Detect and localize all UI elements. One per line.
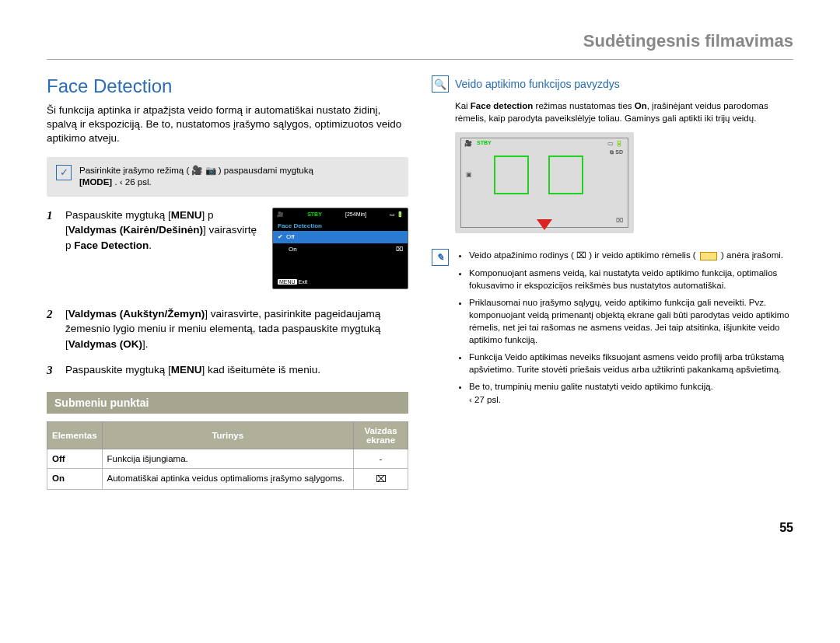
yellow-frame-icon — [700, 252, 717, 260]
note-icon: ✎ — [432, 249, 449, 266]
s2c: ]. — [142, 338, 149, 350]
shot-off: Off — [286, 232, 295, 242]
arrow-down-icon — [537, 219, 552, 230]
check-icon: ✔ — [278, 232, 283, 242]
hint-mode: [MODE] — [79, 177, 112, 187]
example-screenshot: STBY 🎥 ▭ 🔋 ⧉ SD ⌧ ▣ — [455, 132, 634, 233]
face-frame-1 — [494, 156, 529, 194]
shot-card-icon: ▭ 🔋 — [390, 211, 404, 218]
magnify-icon: 🔍 — [432, 75, 449, 93]
face-detection-title: Face Detection — [47, 75, 408, 97]
s3a: Paspauskite mygtuką [ — [65, 364, 171, 376]
shot-254min: [254Min] — [345, 211, 366, 218]
notes-block: ✎ Veido atpažinimo rodinys ( ⌧ ) ir veid… — [432, 249, 793, 411]
cell-off: Off — [47, 449, 103, 468]
shot-video-icon: 🎥 — [277, 211, 284, 218]
example-heading: Veido aptikimo funkcijos pavyzdys — [455, 78, 620, 90]
th-element: Elementas — [47, 421, 103, 449]
submenu-table: Elementas Turinys Vaizdas ekrane Off Fun… — [47, 421, 408, 490]
page-header: Sudėtingesnis filmavimas — [47, 16, 793, 60]
note-5: Be to, trumpinių meniu galite nustatyti … — [469, 380, 793, 405]
face-indicator-icon: ⌧ — [576, 250, 586, 261]
right-column: 🔍 Veido aptikimo funkcijos pavyzdys Kai … — [432, 75, 793, 490]
hint-pg: . ‹ 26 psl. — [114, 177, 151, 187]
example-stby: STBY — [477, 140, 492, 145]
table-header-row: Elementas Turinys Vaizdas ekrane — [47, 421, 408, 449]
example-vid-icon: 🎥 — [464, 140, 472, 147]
s2-ok: Valdymas (OK) — [68, 338, 142, 350]
step-3: Paspauskite mygtuką [MENU] kad išeitumėt… — [47, 362, 408, 378]
shot-stby: STBY — [307, 211, 322, 218]
s1-fd: Face Detection — [74, 239, 149, 251]
table-row: Off Funkcija išjungiama. - — [47, 449, 408, 468]
step-2: [Valdymas (Aukštyn/Žemyn)] vairasvirte, … — [47, 306, 408, 352]
hint-box: ✓ Pasirinkite įrašymo režimą ( 🎥 📷 ) pas… — [47, 157, 408, 197]
steps-list: 🎥 STBY [254Min] ▭ 🔋 Face Detection ✔ Off… — [47, 208, 408, 378]
s3-menu: MENU — [171, 364, 202, 376]
example-batt-icon: ▭ 🔋 — [607, 140, 623, 147]
hint-post: ) paspausdami mygtuką — [219, 166, 313, 175]
cell-on-disp: ⌧ — [354, 468, 408, 489]
photo-icon: 📷 — [205, 166, 216, 175]
s3b: ] kad išeitumėte iš meniu. — [202, 364, 320, 376]
menu-screenshot: 🎥 STBY [254Min] ▭ 🔋 Face Detection ✔ Off… — [272, 208, 408, 289]
video-icon: 🎥 — [191, 166, 202, 175]
cell-off-disp: - — [354, 449, 408, 468]
hint-pre: Pasirinkite įrašymo režimą ( — [79, 166, 191, 175]
right-intro: Kai Face detection režimas nustatomas ti… — [432, 100, 793, 124]
th-display: Vaizdas ekrane — [354, 421, 408, 449]
example-face-icon: ⌧ — [616, 217, 623, 224]
example-heading-row: 🔍 Veido aptikimo funkcijos pavyzdys — [432, 75, 793, 93]
cell-off-desc: Funkcija išjungiama. — [102, 449, 353, 468]
note-3: Priklausomai nuo įrašymo sąlygų, veido a… — [469, 296, 793, 346]
s2-valdymas: Valdymas (Aukštyn/Žemyn) — [68, 308, 205, 320]
s1-valdymas: Valdymas (Kairėn/Dešinėn) — [68, 224, 203, 236]
left-column: Face Detection Ši funkcija aptinka ir at… — [47, 75, 408, 490]
th-content: Turinys — [102, 421, 353, 449]
page-number: 55 — [47, 521, 793, 535]
shot-menu-exit: MENU Exit — [278, 278, 307, 286]
note-2: Komponuojant asmens veidą, kai nustatyta… — [469, 267, 793, 292]
shot-on: On — [289, 245, 297, 254]
cell-on: On — [47, 468, 103, 489]
s1-menu: MENU — [171, 209, 202, 221]
example-mode-icon: ▣ — [466, 171, 472, 178]
step-1: 🎥 STBY [254Min] ▭ 🔋 Face Detection ✔ Off… — [47, 208, 408, 295]
example-sd-icon: ⧉ SD — [610, 149, 623, 156]
table-row: On Automatiškai aptinka veidus optimalio… — [47, 468, 408, 489]
shot-title: Face Detection — [273, 221, 408, 232]
note-1: Veido atpažinimo rodinys ( ⌧ ) ir veido … — [469, 249, 793, 262]
s1d: . — [149, 239, 152, 251]
s1a: Paspauskite mygtuką [ — [65, 209, 171, 221]
shot-row-off: ✔ Off — [273, 231, 408, 243]
face-frame-2 — [548, 156, 583, 194]
check-icon: ✓ — [56, 165, 72, 180]
cell-on-desc: Automatiškai aptinka veidus optimalioms … — [102, 468, 353, 489]
submenu-heading: Submeniu punktai — [47, 392, 408, 414]
shot-row-on: On ⌧ — [273, 243, 408, 256]
intro-text: Ši funkcija aptinka ir atpažįsta veido f… — [47, 103, 408, 146]
shot-on-icon: ⌧ — [396, 245, 403, 254]
notes-list: Veido atpažinimo rodinys ( ⌧ ) ir veido … — [457, 249, 793, 411]
note-4: Funkcija Veido aptikimas neveiks fiksuoj… — [469, 351, 793, 376]
